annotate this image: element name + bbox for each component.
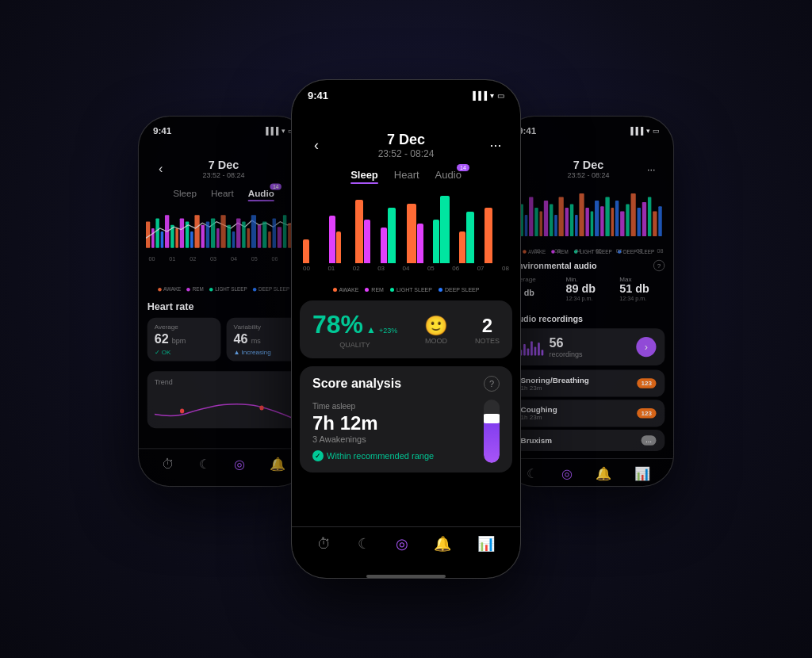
mood-section: 🙂 MOOD	[424, 315, 448, 345]
sound-item-snoring[interactable]: Snoring/Breathing 1h 23m 123	[512, 369, 665, 396]
chart-labels-center: 00 01 02 03 04 05 06 07 08	[300, 263, 512, 272]
tab-heart-left[interactable]: Heart	[211, 188, 234, 201]
svg-rect-13	[211, 218, 215, 247]
env-min: Min. 89 db 12:34 p.m.	[565, 276, 611, 306]
env-info-icon[interactable]: ?	[653, 260, 665, 271]
svg-rect-57	[638, 208, 641, 236]
nav-moon-right[interactable]: ◎	[561, 466, 573, 482]
tab-audio-center[interactable]: Audio 14	[435, 169, 462, 184]
time-range-left: 23:52 - 08:24	[171, 171, 275, 179]
header-center: ‹ 7 Dec 23:52 - 08:24 ···	[292, 128, 520, 164]
trend-label: Trend	[155, 378, 293, 386]
status-icons-left: ▐▐▐ ▾ ▭	[263, 127, 294, 135]
nav-moon-left[interactable]: ◎	[234, 456, 245, 472]
dynamic-island-center	[370, 88, 442, 109]
snoring-duration: 1h 23m	[521, 384, 589, 391]
back-button-center[interactable]: ‹	[304, 137, 328, 154]
svg-rect-15	[220, 215, 225, 248]
env-header: Environmental audio ?	[512, 260, 665, 271]
nav-clock-left[interactable]: ⏱	[162, 457, 174, 472]
svg-rect-42	[559, 197, 564, 236]
avg-status: ✓ OK	[155, 348, 214, 355]
chart-labels-left: 00 01 02 03 04 05 06 07	[146, 254, 301, 262]
bottom-nav-left: ⏱ ☾ ◎ 🔔	[139, 448, 308, 486]
nav-bell-right[interactable]: 🔔	[596, 466, 611, 482]
svg-rect-10	[194, 215, 199, 248]
tab-sleep-center[interactable]: Sleep	[350, 169, 378, 184]
svg-rect-41	[554, 215, 557, 236]
coughing-info: Coughing 1h 23m	[521, 405, 557, 421]
tab-sleep-left[interactable]: Sleep	[173, 188, 197, 201]
recordings-count: 56	[550, 335, 630, 350]
battery-icon-r: ▭	[653, 127, 659, 135]
tab-heart-center[interactable]: Heart	[394, 169, 419, 184]
nav-bell-center[interactable]: 🔔	[434, 535, 451, 553]
sound-item-coughing[interactable]: Coughing 1h 23m 123	[512, 400, 665, 427]
more-button-right[interactable]: ···	[641, 163, 662, 174]
phones-container: 9:41 ▐▐▐ ▾ ▭ ‹ 7 Dec 23:52 - 08:24 Sleep…	[128, 32, 684, 626]
svg-rect-1	[151, 228, 155, 248]
date-right: 7 Dec	[536, 159, 640, 171]
date-center: 7 Dec	[328, 132, 484, 148]
recordings-card[interactable]: 56 recordings ›	[512, 328, 665, 365]
quality-pct: 78%	[312, 310, 363, 339]
signal-icon: ▐▐▐	[263, 127, 278, 135]
nav-moon-center[interactable]: ◎	[396, 535, 408, 553]
heart-section: Heart rate Average 62 bpm ✓ OK	[139, 295, 308, 367]
svg-rect-17	[232, 231, 236, 248]
more-button-center[interactable]: ···	[484, 137, 508, 154]
svg-rect-52	[611, 208, 615, 236]
svg-rect-54	[620, 212, 624, 236]
chart-labels-right: 01 02 03 04 05 06 07 08	[511, 247, 666, 254]
battery-icon-c: ▭	[497, 91, 504, 100]
dynamic-island-right	[567, 139, 610, 151]
awakenings: 3 Awakenings	[312, 434, 484, 444]
svg-rect-61	[658, 206, 661, 236]
bruxism-info: Bruxism	[521, 436, 553, 445]
mood-label: MOOD	[424, 337, 448, 345]
svg-rect-48	[591, 212, 594, 236]
nav-chart-center[interactable]: 📊	[477, 535, 495, 553]
env-max: Max 51 db 12:34 p.m.	[619, 276, 665, 306]
header-left: ‹ 7 Dec 23:52 - 08:24	[139, 155, 308, 183]
quality-change: +23%	[379, 327, 397, 335]
status-bar-right: 9:41 ▐▐▐ ▾ ▭	[504, 117, 673, 139]
nav-clock-right[interactable]: ☾	[527, 466, 538, 482]
nav-phone-left[interactable]: ☾	[199, 456, 210, 472]
svg-rect-56	[631, 193, 636, 236]
quality-block: 78% ▲ +23% QUALITY	[312, 310, 397, 349]
time-center: 9:41	[308, 90, 328, 101]
recordings-info: 56 recordings	[550, 335, 630, 358]
quality-label: QUALITY	[312, 341, 397, 349]
legend-center: AWAKE REM LIGHT SLEEP DEEP SLEEP	[292, 284, 520, 296]
right-chart: 01 02 03 04 05 06 07 08	[504, 184, 673, 248]
status-bar-center: 9:41 ▐▐▐ ▾ ▭	[292, 80, 520, 105]
nav-chart-right[interactable]: 📊	[634, 466, 650, 482]
quality-arrow: ▲	[366, 324, 376, 335]
env-audio-section: Environmental audio ? Average 0 db OK Mi…	[504, 255, 673, 309]
svg-rect-59	[648, 197, 651, 236]
score-info-icon[interactable]: ?	[484, 376, 500, 392]
env-max-value: 51 db	[619, 283, 665, 296]
within-range: ✓ Within recommended range	[312, 450, 484, 461]
tab-audio-left[interactable]: Audio 14	[248, 188, 274, 201]
back-button-left[interactable]: ‹	[150, 162, 171, 177]
bruxism-name: Bruxism	[521, 436, 553, 445]
svg-rect-55	[626, 205, 629, 236]
nav-phone-center[interactable]: ☾	[358, 535, 370, 553]
recordings-arrow[interactable]: ›	[636, 337, 656, 357]
score-section: Score analysis ? Time asleep 7h 12m 3 Aw…	[300, 366, 512, 472]
sound-item-bruxism[interactable]: Bruxism …	[512, 430, 665, 451]
recordings-waveform-icon	[521, 336, 542, 358]
status-bar-left: 9:41 ▐▐▐ ▾ ▭	[139, 117, 308, 139]
snoring-info: Snoring/Breathing 1h 23m	[521, 376, 589, 392]
svg-rect-24	[268, 231, 271, 248]
nav-clock-center[interactable]: ⏱	[317, 536, 331, 553]
avg-value: 62	[155, 332, 169, 346]
nav-bell-left[interactable]: 🔔	[270, 456, 285, 472]
svg-rect-43	[565, 208, 569, 236]
tabs-center: Sleep Heart Audio 14	[292, 164, 520, 189]
svg-rect-35	[525, 215, 528, 236]
metrics-row: Average 62 bpm ✓ OK Variability	[147, 318, 301, 362]
notes-section: 2 NOTES	[475, 315, 500, 345]
